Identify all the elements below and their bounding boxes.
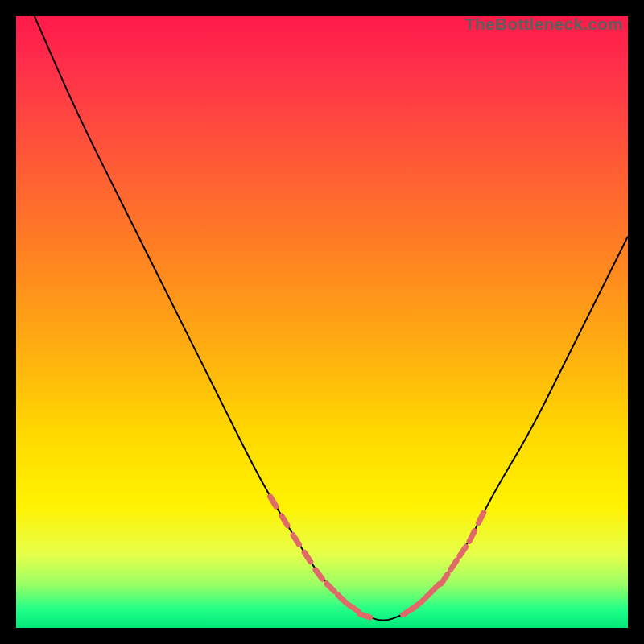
dash-segment: [479, 513, 484, 523]
dash-segment: [316, 570, 322, 579]
dash-segment: [422, 593, 430, 601]
dash-segment: [469, 531, 474, 542]
dash-segment: [431, 584, 440, 592]
curve-layer: [16, 16, 628, 628]
bottleneck-curve-path: [35, 16, 628, 621]
dash-segment: [349, 605, 358, 611]
dash-segment: [327, 584, 335, 592]
dash-segment: [451, 560, 457, 570]
chart-frame: TheBottleneck.com: [0, 0, 644, 644]
dash-segment: [360, 614, 370, 617]
dash-segment: [460, 547, 466, 556]
dash-segment: [282, 516, 287, 526]
dash-segment: [441, 574, 448, 584]
plot-area: TheBottleneck.com: [16, 16, 628, 628]
dash-right-group: [403, 513, 484, 615]
dash-segment: [293, 535, 299, 545]
dash-segment: [338, 595, 346, 603]
dash-segment: [270, 497, 276, 506]
dash-segment: [304, 552, 311, 562]
dash-left-group: [270, 497, 370, 617]
